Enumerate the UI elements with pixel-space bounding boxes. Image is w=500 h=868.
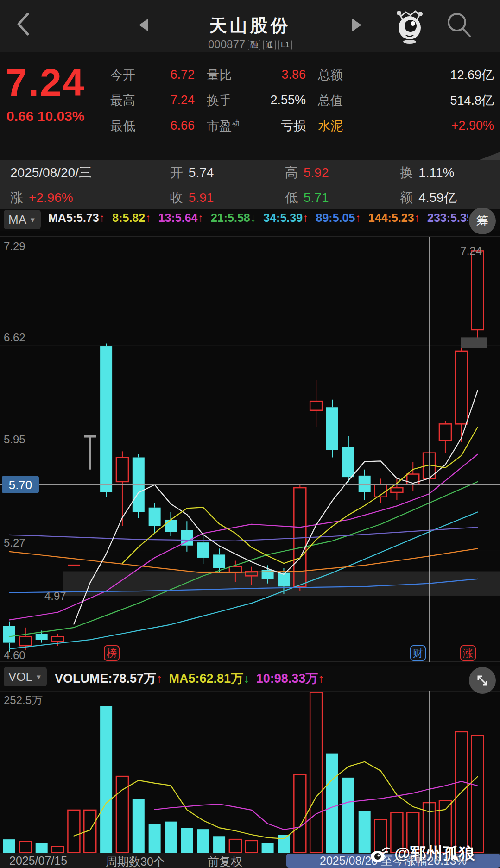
candle-body bbox=[439, 424, 451, 440]
axis-label: 252.5万 bbox=[4, 694, 43, 706]
candle-body bbox=[262, 570, 274, 579]
search-icon[interactable] bbox=[444, 9, 474, 42]
volume-bar bbox=[262, 843, 274, 853]
stock-app-screen: 天山股份 000877融通L1 7.24 0. bbox=[0, 0, 500, 868]
volume-bar bbox=[197, 829, 209, 853]
axis-label: 5.95 bbox=[4, 433, 25, 446]
indicator-value: 233:5.35↑ bbox=[427, 211, 468, 224]
header: 天山股份 000877融通L1 bbox=[0, 0, 500, 52]
candle-body bbox=[342, 447, 354, 478]
quote-field: 换手2.55% bbox=[207, 88, 318, 113]
ma-line-ma144 bbox=[9, 548, 478, 573]
volume-bar bbox=[19, 841, 32, 853]
volume-bar bbox=[472, 736, 484, 853]
expand-fullscreen-button[interactable] bbox=[469, 667, 496, 694]
chip-distribution-button[interactable]: 筹 bbox=[469, 208, 496, 234]
stock-tag: 融 bbox=[248, 40, 260, 50]
axis-label: 7.29 bbox=[4, 240, 25, 252]
mascot-icon[interactable] bbox=[393, 8, 426, 46]
axis-label: 5.27 bbox=[4, 536, 25, 549]
axis-label: 7.24 bbox=[460, 245, 482, 257]
next-stock-icon[interactable] bbox=[352, 19, 361, 31]
period-count[interactable]: 周期数30个 bbox=[106, 854, 165, 868]
main-candlestick-chart[interactable]: 5.707.296.625.955.274.604.977.24榜财涨 bbox=[0, 231, 500, 666]
candle-body bbox=[100, 346, 112, 492]
candle-body bbox=[391, 488, 403, 492]
candle-body bbox=[310, 401, 322, 410]
corner-badge-label[interactable]: 财 bbox=[413, 648, 423, 659]
footer-bar: 2025/07/15 周期数30个 前复权 2025/08/20 至今涨幅26.… bbox=[0, 853, 500, 868]
crosshair-info-bar: 2025/08/20/三开5.74高5.92换1.11% 涨+2.96%收5.9… bbox=[0, 160, 500, 209]
volume-chart[interactable]: 252.5万 bbox=[0, 691, 500, 853]
indicator-value: 13:5.64↑ bbox=[158, 211, 203, 224]
volume-indicator-bar: VOL▼ VOLUME:78.57万↑MA5:62.81万↓10:98.33万↑ bbox=[0, 666, 500, 691]
candle-body bbox=[116, 457, 128, 481]
volume-bar bbox=[213, 836, 225, 853]
vol-dropdown-button[interactable]: VOL▼ bbox=[4, 667, 47, 686]
quote-panel: 7.24 0.66 10.03% 今开6.72量比3.86总额12.69亿最高7… bbox=[0, 52, 500, 160]
adjust-mode[interactable]: 前复权 bbox=[208, 854, 242, 868]
last-price: 7.24 bbox=[6, 60, 85, 105]
info-cell: 高5.92 bbox=[285, 164, 400, 182]
indicator-value: 144:5.23↑ bbox=[368, 211, 420, 224]
info-cell: 2025/08/20/三 bbox=[0, 164, 170, 182]
candle-body bbox=[326, 407, 338, 450]
candle-body bbox=[149, 508, 161, 526]
weibo-icon bbox=[368, 843, 392, 864]
info-cell: 收5.91 bbox=[170, 189, 285, 207]
volume-bar bbox=[278, 835, 290, 853]
info-cell: 换1.11% bbox=[400, 164, 500, 182]
stock-code: 000877 bbox=[208, 38, 245, 50]
candle-body bbox=[52, 637, 64, 642]
volume-bar bbox=[36, 843, 48, 853]
volume-bar bbox=[246, 841, 258, 853]
watermark: @郓州孤狼 bbox=[368, 843, 475, 864]
chip-peak-box bbox=[461, 337, 487, 348]
indicator-value: 10:98.33万↑ bbox=[256, 672, 324, 686]
volume-bar bbox=[165, 822, 177, 853]
volume-bar bbox=[133, 799, 145, 853]
indicator-value: VOLUME:78.57万↑ bbox=[55, 672, 163, 686]
quote-field: 最高7.24 bbox=[110, 88, 207, 113]
ma-indicator-bar: MA▼ MA5:5.73↑8:5.82↑13:5.64↑21:5.58↓34:5… bbox=[0, 209, 500, 231]
quote-field: 最低6.66 bbox=[110, 113, 207, 138]
indicator-value: 89:5.05↑ bbox=[316, 211, 361, 224]
volume-bar bbox=[68, 810, 80, 853]
ma-dropdown-button[interactable]: MA▼ bbox=[4, 210, 41, 229]
volume-bar bbox=[100, 706, 112, 853]
indicator-value: 21:5.58↓ bbox=[211, 211, 256, 224]
candle-body bbox=[359, 476, 371, 492]
chevron-down-icon: ▼ bbox=[29, 216, 36, 224]
stock-tag: 通 bbox=[263, 40, 276, 50]
volume-bar bbox=[229, 839, 241, 853]
chart-start-date: 2025/07/15 bbox=[9, 854, 67, 868]
quote-field: 总额12.69亿 bbox=[318, 62, 496, 88]
chevron-down-icon: ▼ bbox=[35, 673, 42, 681]
candle-body bbox=[197, 542, 209, 558]
quote-field: 市盈动亏损 bbox=[207, 113, 318, 138]
axis-label: 6.62 bbox=[4, 331, 25, 344]
candle-body bbox=[456, 351, 468, 424]
ma-values: MA5:5.73↑8:5.82↑13:5.64↑21:5.58↓34:5.39↑… bbox=[48, 211, 468, 230]
volume-bar bbox=[181, 828, 193, 853]
volume-bar bbox=[310, 692, 322, 853]
corner-badge-label[interactable]: 涨 bbox=[463, 648, 473, 659]
volume-bar bbox=[149, 824, 161, 853]
info-cell: 低5.71 bbox=[285, 189, 400, 207]
info-cell: 额4.59亿 bbox=[400, 189, 500, 207]
candle-body bbox=[19, 637, 32, 646]
candle-body bbox=[3, 626, 15, 643]
volume-bar bbox=[52, 846, 64, 853]
quote-field: 量比3.86 bbox=[207, 62, 318, 88]
indicator-value: MA5:62.81万↓ bbox=[169, 672, 250, 686]
corner-badge-label[interactable]: 榜 bbox=[107, 648, 117, 659]
volume-values: VOLUME:78.57万↑MA5:62.81万↓10:98.33万↑ bbox=[55, 670, 331, 687]
volume-bar bbox=[294, 774, 306, 853]
candle-body bbox=[213, 554, 225, 568]
candle-body bbox=[472, 251, 484, 330]
panel-fold-corner[interactable] bbox=[480, 152, 500, 160]
volume-bar bbox=[326, 754, 338, 853]
axis-label: 4.97 bbox=[44, 590, 66, 602]
highlight-price-label: 5.70 bbox=[9, 478, 32, 492]
stock-tag: L1 bbox=[278, 40, 292, 50]
